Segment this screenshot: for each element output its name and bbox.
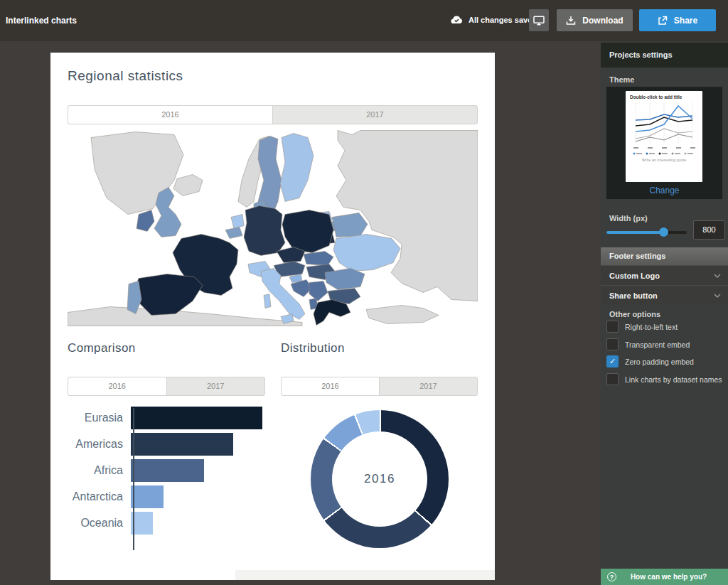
bar — [131, 485, 164, 508]
map-tab-2017[interactable]: 2017 — [273, 106, 477, 124]
comparison-tab-2017[interactable]: 2017 — [167, 377, 265, 395]
donut-chart: 2016 — [311, 410, 449, 548]
download-label: Download — [582, 16, 623, 26]
map-country-slovakia — [304, 252, 333, 266]
map-country-ireland — [136, 210, 154, 232]
width-label: Width (px) — [609, 214, 648, 222]
option-label: Transparent embed — [625, 340, 690, 349]
map-country-finland — [280, 134, 314, 202]
theme-thumbnail-footer: Write an interesting quote — [642, 158, 687, 162]
comparison-tab-2016[interactable]: 2016 — [68, 377, 167, 395]
map-country-iceland — [173, 175, 203, 196]
save-status-label: All changes saved — [469, 16, 537, 24]
save-status: All changes saved — [450, 15, 537, 24]
europe-choropleth-map — [68, 130, 478, 326]
option-label: Right-to-left text — [625, 323, 678, 331]
bar-row: Eurasia — [68, 407, 278, 429]
option-transparent-embed[interactable]: ✓ Transparent embed — [606, 338, 690, 350]
distribution-tab-2017[interactable]: 2017 — [380, 377, 477, 395]
option-checkbox[interactable]: ✓ — [606, 321, 619, 333]
bar-category-label: Eurasia — [68, 407, 129, 429]
monitor-icon — [533, 16, 545, 26]
map-tab-2016[interactable]: 2016 — [68, 106, 273, 124]
option-label: Link charts by dataset names — [625, 375, 722, 384]
map-country-turkey — [366, 306, 439, 324]
share-button-row-label: Share button — [609, 291, 658, 300]
map-country-serbia — [309, 281, 328, 301]
share-button[interactable]: Share — [639, 9, 716, 31]
width-slider-fill — [606, 231, 663, 234]
bar-row: Africa — [68, 459, 278, 482]
download-button[interactable]: Download — [557, 9, 633, 31]
comparison-tab-bar: 2016 2017 — [68, 377, 265, 396]
share-icon — [658, 16, 668, 26]
distribution-tab-bar: 2016 2017 — [281, 377, 478, 396]
option-zero-padding-embed[interactable]: ✓ Zero padding embed — [606, 355, 694, 367]
distribution-title: Distribution — [281, 341, 345, 355]
width-slider[interactable] — [606, 227, 687, 237]
map-country-romania — [325, 269, 365, 290]
option-checkbox[interactable]: ✓ — [606, 355, 619, 367]
bar-chart-axis — [133, 408, 134, 550]
question-icon: ? — [607, 572, 616, 581]
map-country-ukraine — [333, 235, 400, 272]
europe-map-svg — [68, 130, 478, 326]
donut-hole: 2016 — [332, 431, 427, 527]
download-icon — [566, 16, 576, 26]
chevron-down-icon — [714, 294, 721, 298]
theme-label: Theme — [609, 75, 634, 84]
map-country-belgium — [225, 227, 242, 239]
footer-settings-header[interactable]: Footer settings — [601, 247, 728, 265]
width-value-input[interactable]: 800 — [693, 220, 725, 240]
custom-logo-accordion[interactable]: Custom Logo — [601, 265, 728, 285]
map-country-germany — [244, 206, 285, 256]
card-footer-strip — [235, 570, 495, 580]
option-checkbox[interactable]: ✓ — [606, 338, 619, 350]
map-country-netherlands — [231, 215, 244, 229]
cloud-check-icon — [450, 15, 464, 24]
bar — [131, 433, 233, 456]
theme-panel: Double-click to add title — [606, 87, 722, 199]
bar — [131, 459, 204, 482]
share-button-accordion[interactable]: Share button — [601, 285, 728, 305]
theme-change-link[interactable]: Change — [606, 186, 722, 195]
theme-thumbnail-chart: Write an interesting quote — [630, 100, 698, 163]
help-button[interactable]: ? How can we help you? — [601, 569, 728, 585]
width-slider-thumb[interactable] — [659, 227, 668, 237]
other-options-label: Other options — [609, 310, 660, 318]
top-bar: Interlinked charts All changes saved Dow… — [0, 0, 728, 41]
settings-sidebar: Projects settings Theme Double-click to … — [601, 41, 728, 585]
bar-row: Oceania — [68, 512, 278, 535]
project-title: Interlinked charts — [6, 16, 77, 26]
map-country-belarus — [332, 213, 368, 237]
chart-card: Regional statistics 2016 2017 — [50, 53, 495, 580]
bar-chart: EurasiaAmericasAfricaAntarcticaOceania — [68, 407, 278, 556]
custom-logo-label: Custom Logo — [609, 272, 660, 280]
share-label: Share — [674, 16, 697, 26]
bar — [131, 407, 262, 429]
bar-row: Americas — [68, 433, 278, 456]
option-link-charts[interactable]: ✓ Link charts by dataset names — [606, 373, 722, 385]
theme-thumbnail[interactable]: Double-click to add title — [626, 91, 702, 182]
theme-thumbnail-title: Double-click to add title — [630, 95, 698, 100]
comparison-title: Comparison — [68, 341, 136, 355]
map-country-greece — [314, 300, 350, 326]
map-country-poland — [282, 210, 333, 253]
chevron-down-icon — [714, 274, 721, 278]
bar-category-label: Antarctica — [68, 485, 129, 508]
map-country-sardinia — [264, 294, 271, 308]
page-title: Regional statistics — [68, 68, 183, 84]
map-country-uk — [154, 188, 181, 237]
option-right-to-left[interactable]: ✓ Right-to-left text — [606, 321, 678, 333]
bar-category-label: Africa — [68, 459, 129, 482]
bar-category-label: Oceania — [68, 512, 129, 535]
preview-button[interactable] — [529, 9, 549, 31]
distribution-tab-2016[interactable]: 2016 — [282, 377, 380, 395]
map-region-africa — [68, 307, 302, 326]
donut-center-label: 2016 — [364, 472, 395, 486]
option-checkbox[interactable]: ✓ — [606, 373, 619, 385]
help-label: How can we help you? — [616, 573, 728, 581]
bar-category-label: Americas — [68, 433, 129, 456]
bar-row: Antarctica — [68, 485, 278, 508]
sidebar-header: Projects settings — [601, 43, 728, 68]
